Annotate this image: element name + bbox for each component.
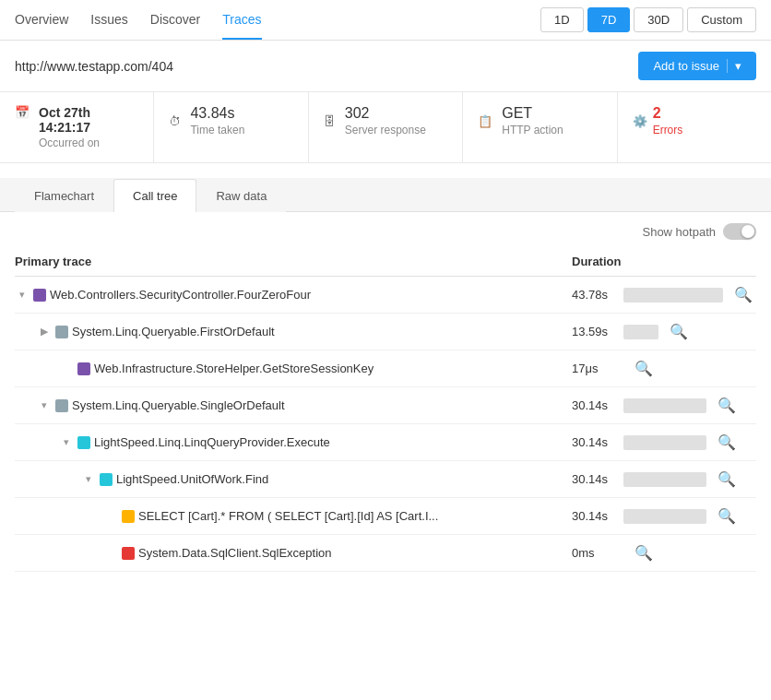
tab-raw-data[interactable]: Raw data bbox=[196, 179, 286, 212]
trace-duration: 30.14s bbox=[572, 435, 616, 449]
table-row[interactable]: ▶ System.Linq.Queryable.FirstOrDefault 1… bbox=[15, 314, 756, 350]
trace-span-name: Web.Infrastructure.StoreHelper.GetStoreS… bbox=[94, 362, 374, 375]
time-range-controls: 1D 7D 30D Custom bbox=[540, 7, 756, 32]
expand-icon[interactable]: ▶ bbox=[37, 326, 52, 338]
table-row[interactable]: ▶ SELECT [Cart].* FROM ( SELECT [Cart].[… bbox=[15, 498, 756, 535]
tab-flamechart[interactable]: Flamechart bbox=[15, 179, 113, 212]
stat-server-response: 🗄 302 Server response bbox=[309, 92, 463, 162]
span-color-dot bbox=[122, 547, 135, 560]
duration-bar bbox=[623, 288, 723, 303]
trace-duration: 0ms bbox=[572, 546, 616, 560]
stat-http-label: HTTP action bbox=[502, 124, 563, 136]
add-to-issue-button[interactable]: Add to issue ▾ bbox=[638, 52, 756, 80]
expand-icon[interactable]: ▾ bbox=[81, 473, 96, 485]
search-icon[interactable]: 🔍 bbox=[714, 395, 740, 416]
span-color-dot bbox=[55, 326, 68, 338]
duration-bar bbox=[623, 472, 706, 487]
col-trace-header: Primary trace bbox=[15, 255, 572, 268]
trace-duration: 43.78s bbox=[572, 288, 616, 302]
add-issue-label: Add to issue bbox=[653, 59, 719, 73]
table-row[interactable]: ▾ System.Linq.Queryable.SingleOrDefault … bbox=[15, 387, 756, 424]
trace-span-name: System.Linq.Queryable.SingleOrDefault bbox=[72, 398, 285, 412]
stat-http-value: GET bbox=[502, 105, 563, 122]
stat-errors-label: Errors bbox=[653, 124, 683, 136]
hotpath-toggle[interactable] bbox=[723, 223, 756, 240]
expand-icon[interactable]: ▾ bbox=[15, 289, 30, 301]
stat-response-value: 302 bbox=[345, 105, 426, 122]
expand-icon[interactable]: ▾ bbox=[37, 399, 52, 411]
trace-span-name: System.Data.SqlClient.SqlException bbox=[138, 546, 332, 560]
search-icon[interactable]: 🔍 bbox=[714, 432, 740, 453]
trace-span-name: System.Linq.Queryable.FirstOrDefault bbox=[72, 325, 275, 338]
time-7d-button[interactable]: 7D bbox=[587, 7, 631, 32]
url-bar: http://www.testapp.com/404 Add to issue … bbox=[0, 41, 771, 92]
trace-duration: 30.14s bbox=[572, 472, 616, 486]
nav-discover[interactable]: Discover bbox=[150, 1, 200, 40]
time-30d-button[interactable]: 30D bbox=[634, 7, 683, 32]
nav-traces[interactable]: Traces bbox=[222, 1, 261, 40]
span-color-dot bbox=[77, 436, 90, 449]
search-icon[interactable]: 🔍 bbox=[730, 284, 756, 305]
trace-table-header: Primary trace Duration bbox=[15, 247, 756, 277]
span-color-dot bbox=[33, 289, 46, 302]
stat-time-taken: ⏱ 43.84s Time taken bbox=[154, 92, 308, 162]
hotpath-label: Show hotpath bbox=[642, 225, 716, 239]
stat-occurred-on: 📅 Oct 27th14:21:17 Occurred on bbox=[0, 92, 154, 162]
stat-time-label: Time taken bbox=[190, 124, 244, 136]
table-row[interactable]: ▾ Web.Controllers.SecurityController.Fou… bbox=[15, 277, 756, 314]
stat-errors-value: 2 bbox=[653, 105, 683, 122]
search-icon[interactable]: 🔍 bbox=[631, 358, 657, 379]
search-icon[interactable]: 🔍 bbox=[714, 469, 740, 490]
duration-bar bbox=[623, 435, 706, 450]
dropdown-arrow-icon[interactable]: ▾ bbox=[727, 59, 741, 73]
span-color-dot bbox=[55, 399, 68, 412]
nav-overview[interactable]: Overview bbox=[15, 1, 68, 40]
nav-items: Overview Issues Discover Traces bbox=[15, 1, 262, 40]
nav-issues[interactable]: Issues bbox=[90, 1, 127, 40]
stat-time-value: 43.84s bbox=[190, 105, 244, 122]
trace-span-name: LightSpeed.Linq.LinqQueryProvider.Execut… bbox=[94, 435, 330, 449]
trace-content: Show hotpath Primary trace Duration ▾ We… bbox=[0, 212, 771, 587]
stat-occurred-label: Occurred on bbox=[39, 136, 100, 149]
duration-bar bbox=[623, 325, 658, 339]
duration-bar bbox=[623, 509, 706, 524]
stats-row: 📅 Oct 27th14:21:17 Occurred on ⏱ 43.84s … bbox=[0, 92, 771, 163]
toggle-knob bbox=[741, 225, 754, 238]
duration-bar bbox=[623, 398, 706, 413]
tab-call-tree[interactable]: Call tree bbox=[113, 179, 196, 212]
time-1d-button[interactable]: 1D bbox=[540, 7, 584, 32]
span-color-dot bbox=[122, 510, 135, 523]
navigation: Overview Issues Discover Traces 1D 7D 30… bbox=[0, 0, 771, 41]
table-row[interactable]: ▾ LightSpeed.UnitOfWork.Find 30.14s 🔍 bbox=[15, 461, 756, 498]
timer-icon: ⏱ bbox=[169, 114, 181, 128]
search-icon[interactable]: 🔍 bbox=[631, 542, 657, 564]
hotpath-controls: Show hotpath bbox=[15, 212, 756, 247]
trace-span-name: SELECT [Cart].* FROM ( SELECT [Cart].[Id… bbox=[138, 509, 438, 523]
search-icon[interactable]: 🔍 bbox=[714, 505, 740, 527]
server-icon: 🗄 bbox=[324, 114, 336, 128]
col-duration-header: Duration bbox=[572, 255, 756, 268]
table-row[interactable]: ▾ LightSpeed.Linq.LinqQueryProvider.Exec… bbox=[15, 424, 756, 461]
table-row[interactable]: ▶ System.Data.SqlClient.SqlException 0ms… bbox=[15, 535, 756, 572]
time-custom-button[interactable]: Custom bbox=[687, 7, 756, 32]
trace-span-name: Web.Controllers.SecurityController.FourZ… bbox=[50, 288, 311, 302]
trace-duration: 30.14s bbox=[572, 509, 616, 523]
stat-errors: ⚙️ 2 Errors bbox=[618, 92, 771, 162]
calendar-icon: 📅 bbox=[15, 105, 30, 119]
search-icon[interactable]: 🔍 bbox=[666, 321, 692, 342]
table-row[interactable]: ▶ Web.Infrastructure.StoreHelper.GetStor… bbox=[15, 350, 756, 387]
expand-icon[interactable]: ▾ bbox=[59, 436, 74, 448]
http-icon: 📋 bbox=[478, 114, 492, 128]
stat-date-value: Oct 27th14:21:17 bbox=[39, 105, 100, 135]
trace-duration: 13.59s bbox=[572, 325, 616, 338]
stat-http-action: 📋 GET HTTP action bbox=[463, 92, 617, 162]
url-display: http://www.testapp.com/404 bbox=[15, 59, 173, 74]
span-color-dot bbox=[77, 362, 90, 375]
trace-duration: 30.14s bbox=[572, 398, 616, 412]
error-icon: ⚙️ bbox=[633, 114, 647, 128]
trace-span-name: LightSpeed.UnitOfWork.Find bbox=[116, 472, 268, 486]
trace-duration: 17μs bbox=[572, 362, 616, 375]
span-color-dot bbox=[100, 473, 113, 486]
stat-response-label: Server response bbox=[345, 124, 426, 136]
trace-tabs: Flamechart Call tree Raw data bbox=[0, 178, 771, 212]
